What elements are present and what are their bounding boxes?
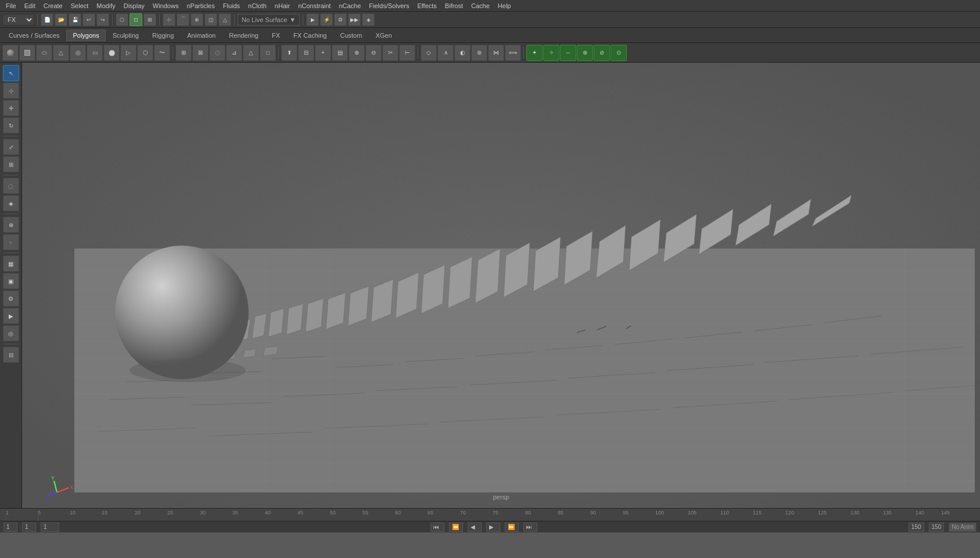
timeline[interactable]: 1 5 10 15 20 25 30 35 40 45 50 55 60 65 … [0,508,980,521]
tab-rendering[interactable]: Rendering [222,30,265,41]
extrude-btn[interactable]: ⬆ [281,45,297,61]
menu-cache[interactable]: Cache [468,2,493,10]
multi-cut-btn[interactable]: ✂ [382,45,399,61]
menu-display[interactable]: Display [120,2,148,10]
menu-file[interactable]: File [2,2,20,10]
menu-modify[interactable]: Modify [93,2,119,10]
undo-button[interactable]: ↩ [82,13,95,26]
tab-custom[interactable]: Custom [334,30,369,41]
menu-fluids[interactable]: Fluids [220,2,243,10]
snap-curve-button[interactable]: ⌒ [177,13,189,26]
render-view-btn[interactable]: ▶ [3,308,19,324]
select-tool-btn[interactable]: ↖ [3,65,19,81]
render-sequence-button[interactable]: ▶▶ [348,13,361,26]
end-frame-field[interactable]: 150 [909,523,924,532]
menu-ncloth[interactable]: nCloth [245,2,270,10]
rotate-tool-btn[interactable]: ↻ [3,117,19,134]
disc-btn[interactable]: ⬤ [103,45,120,61]
bottom-icon-btn[interactable]: ⊟ [3,347,19,363]
snap-point-button[interactable]: ⊕ [191,13,203,26]
menu-create[interactable]: Create [40,2,66,10]
select-by-object-button[interactable]: ⊡ [130,13,142,26]
scale-tool-btn[interactable]: ⤢ [3,139,19,155]
new-scene-button[interactable]: 📄 [41,13,53,26]
menu-effects[interactable]: Effects [414,2,440,10]
pyramid-btn[interactable]: △ [53,45,69,61]
menu-fields-solvers[interactable]: Fields/Solvers [365,2,412,10]
menu-ncache[interactable]: nCache [335,2,364,10]
channel-box-btn[interactable]: ▦ [3,255,19,272]
frame-display-field[interactable]: 1 [41,523,59,532]
universal-manip-btn[interactable]: ⊞ [3,156,19,172]
render-settings-button[interactable]: ⚙ [334,13,347,26]
insert-loop-btn[interactable]: ⊕ [349,45,365,61]
total-frame-field[interactable]: 150 [929,523,945,532]
menu-nconstraint[interactable]: nConstraint [295,2,334,10]
menu-nparticles[interactable]: nParticles [183,2,218,10]
snap-pt-side-btn[interactable]: ◦ [3,234,19,250]
tab-fx[interactable]: FX [265,30,286,41]
play-back-btn[interactable]: ◀ [468,523,482,532]
menu-select[interactable]: Select [67,2,92,10]
paint-tool-btn[interactable]: ⊹ [3,82,19,99]
transfer-attr-btn[interactable]: ↔ [560,45,576,61]
merge-btn[interactable]: ⋈ [488,45,504,61]
center-pivot-btn[interactable]: ⊙ [611,45,627,61]
attribute-editor-btn[interactable]: ▣ [3,273,19,289]
offset-loop-btn[interactable]: ⊖ [365,45,382,61]
tool-settings-btn[interactable]: ⚙ [3,290,19,307]
ipr-button[interactable]: ⚡ [320,13,333,26]
sculpt-btn[interactable]: ✦ [526,45,543,61]
triangulate-btn[interactable]: △ [243,45,259,61]
fill-btn[interactable]: ▤ [332,45,348,61]
snap-surface-button[interactable]: △ [218,13,231,26]
target-weld-btn[interactable]: ◐ [454,45,471,61]
step-back-btn[interactable]: ⏪ [449,523,463,532]
fx-dropdown[interactable]: FX [2,14,34,26]
quadrangulate-btn[interactable]: □ [260,45,276,61]
plane-btn[interactable]: ▭ [87,45,103,61]
combine-btn[interactable]: ⊞ [175,45,192,61]
cylinder-btn[interactable]: ⬭ [36,45,52,61]
menu-windows[interactable]: Windows [149,2,182,10]
relax-btn[interactable]: ⊛ [471,45,487,61]
soft-mod-btn[interactable]: ◌ [3,178,19,194]
menu-nhair[interactable]: nHair [271,2,293,10]
menu-bifrost[interactable]: Bifrost [441,2,466,10]
snap-grid-button[interactable]: ⊹ [163,13,175,26]
append-btn[interactable]: + [315,45,331,61]
separate-btn[interactable]: ⊠ [192,45,209,61]
tab-animation[interactable]: Animation [181,30,222,41]
sub-frame-field[interactable]: 1 [22,523,36,532]
tab-curves-surfaces[interactable]: Curves / Surfaces [2,30,66,41]
no-live-surface-dropdown[interactable]: No Live Surface ▼ [238,14,300,26]
tab-sculpting[interactable]: Sculpting [106,30,145,41]
connect-btn[interactable]: ⊢ [399,45,415,61]
step-forward-btn[interactable]: ⏩ [505,523,519,532]
move-tool-btn[interactable]: ✛ [3,100,19,116]
go-end-btn[interactable]: ⏭ [523,523,537,532]
prism-btn[interactable]: ▷ [120,45,137,61]
go-start-btn[interactable]: ⏮ [430,523,444,532]
play-forward-btn[interactable]: ▶ [486,523,500,532]
xray-btn[interactable]: ◎ [3,325,19,341]
show-manip-btn[interactable]: ◈ [3,195,19,211]
bridge-btn[interactable]: ⊟ [298,45,314,61]
tab-polygons[interactable]: Polygons [66,30,105,41]
current-frame-field[interactable]: 1 [3,523,17,532]
menu-help[interactable]: Help [494,2,515,10]
render-button[interactable]: ▶ [306,13,319,26]
platonic-btn[interactable]: ⬡ [137,45,153,61]
viewport-3d[interactable]: View Shading Lighting Show Renderer Pane… [22,63,980,508]
timeline-track[interactable]: 1 5 10 15 20 25 30 35 40 45 50 55 60 65 … [0,509,980,521]
select-by-component-button[interactable]: ⊞ [143,13,156,26]
torus-btn[interactable]: ◎ [70,45,86,61]
cleanup-btn[interactable]: ⊗ [577,45,593,61]
sphere-btn[interactable] [2,45,19,61]
tab-rigging[interactable]: Rigging [146,30,180,41]
save-scene-button[interactable]: 💾 [69,13,81,26]
history-btn[interactable]: ⊘ [594,45,610,61]
snap-view-button[interactable]: ◫ [204,13,217,26]
tab-xgen[interactable]: XGen [369,30,398,41]
crease-btn[interactable]: ∧ [437,45,454,61]
